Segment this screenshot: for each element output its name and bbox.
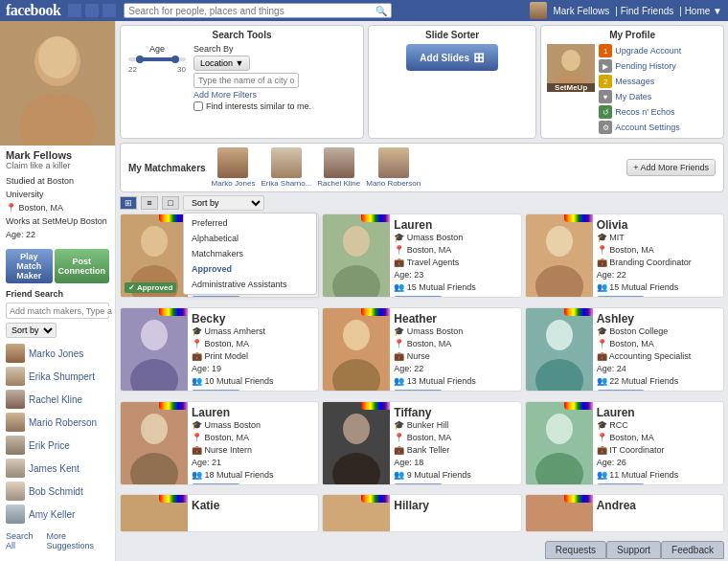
search-all-link[interactable]: Search All bbox=[6, 531, 41, 550]
list-item[interactable]: Mario Roberson bbox=[6, 411, 109, 434]
list-view-button[interactable]: ≡ bbox=[141, 196, 158, 210]
messages-icon: 2 bbox=[599, 75, 612, 88]
friend-search-input[interactable] bbox=[10, 306, 116, 316]
nav-username[interactable]: Mark Fellows bbox=[553, 6, 609, 16]
sort-option-approved[interactable]: Approved bbox=[184, 261, 316, 277]
add-filters-link[interactable]: Add More Filters bbox=[193, 90, 355, 100]
card-name: Ashley bbox=[597, 312, 719, 325]
card-info: Katie bbox=[188, 495, 318, 531]
matchmaker-item[interactable]: Marko Jones bbox=[212, 147, 256, 188]
sort-option-preferred[interactable]: Preferred bbox=[184, 215, 316, 231]
matchmaker-item[interactable]: Mario Roberson bbox=[366, 147, 421, 188]
sort-option-matchmakers[interactable]: Matchmakers bbox=[184, 246, 316, 261]
friend-name[interactable]: Marko Jones bbox=[29, 348, 83, 359]
add-more-friends-button[interactable]: + Add More Friends bbox=[626, 159, 716, 176]
friend-name[interactable]: Erika Shumpert bbox=[29, 371, 95, 382]
pending-history-link[interactable]: ▶ Pending History bbox=[599, 59, 681, 73]
card-location: 📍 Boston, MA bbox=[394, 432, 516, 444]
footer-tabs: Requests Support Feedback bbox=[116, 539, 728, 561]
profile-links: 1 Upgrade Account ▶ Pending History 2 Me… bbox=[599, 44, 681, 134]
upgrade-account-link[interactable]: 1 Upgrade Account bbox=[599, 44, 681, 57]
card-name: Katie bbox=[192, 499, 314, 512]
friend-search-field[interactable]: 🔍 bbox=[6, 303, 109, 319]
matchmaker-item[interactable]: Rachel Kline bbox=[317, 147, 360, 188]
card-info: Olivia 🎓 MIT 📍 Boston, MA 💼 Branding Coo… bbox=[593, 214, 723, 297]
my-profile-title: My Profile bbox=[547, 30, 717, 40]
card-school: 🎓 Umass Boston bbox=[192, 419, 314, 432]
search-by-section: Search By Location ▼ Add More Filters Fi… bbox=[193, 44, 355, 111]
friend-avatar bbox=[6, 459, 25, 478]
my-dates-link[interactable]: ♥ My Dates bbox=[599, 90, 681, 103]
slider-handle-left[interactable] bbox=[136, 56, 144, 63]
setmeup-button[interactable]: SetMeUp bbox=[597, 296, 646, 298]
friend-name[interactable]: James Kent bbox=[29, 463, 80, 474]
setmeup-button[interactable]: SetMeUp bbox=[597, 390, 646, 392]
friend-name[interactable]: Amy Keller bbox=[29, 509, 75, 520]
messages-icon[interactable] bbox=[102, 4, 116, 17]
setmeup-button[interactable]: SetMeUp bbox=[394, 483, 443, 485]
right-nav: Mark Fellows | Find Friends | Home ▼ bbox=[530, 2, 722, 19]
post-connection-button[interactable]: Post Connection bbox=[55, 249, 110, 283]
friend-name[interactable]: Rachel Kline bbox=[29, 394, 82, 405]
setmeup-button[interactable]: SetMeUp bbox=[192, 296, 240, 298]
sort-option-admin[interactable]: Administrative Assistants bbox=[184, 277, 316, 292]
slider-handle-right[interactable] bbox=[171, 56, 179, 63]
requests-tab[interactable]: Requests bbox=[545, 541, 606, 559]
more-suggestions-link[interactable]: More Suggestions bbox=[47, 531, 109, 550]
friend-name[interactable]: Bob Schmidt bbox=[29, 486, 83, 497]
setmeup-button[interactable]: SetMeUp bbox=[192, 390, 240, 392]
grid-view-button[interactable]: ⊞ bbox=[120, 196, 137, 210]
setmeup-button[interactable]: SetMeUp bbox=[394, 296, 443, 298]
friend-name[interactable]: Mario Roberson bbox=[29, 417, 97, 428]
settings-icon: ⚙ bbox=[599, 121, 612, 134]
card-info: Lauren 🎓 RCC 📍 Boston, MA 💼 IT Coordinat… bbox=[593, 402, 723, 484]
profile-studied: Studied at Boston University bbox=[6, 174, 109, 201]
recos-link[interactable]: ↺ Recos n' Echos bbox=[599, 105, 681, 119]
sort-dropdown[interactable]: Sort by Preferred Alphabetical Matchmake… bbox=[183, 195, 264, 211]
location-button[interactable]: Location ▼ bbox=[193, 56, 250, 71]
setmeup-button[interactable]: SetMeUp bbox=[394, 390, 443, 392]
sort-select[interactable]: Sort by Preferred Alphabetical Matchmake… bbox=[183, 195, 264, 211]
play-matchmaker-button[interactable]: Play Match Maker bbox=[6, 249, 53, 283]
list-item[interactable]: Amy Keller bbox=[6, 503, 109, 526]
friends-icon[interactable] bbox=[85, 4, 99, 17]
feedback-tab[interactable]: Feedback bbox=[661, 541, 724, 559]
find-friends-link[interactable]: | Find Friends bbox=[615, 6, 673, 16]
user-avatar-small[interactable] bbox=[530, 2, 547, 19]
home-link[interactable]: | Home ▼ bbox=[679, 6, 722, 16]
add-slides-button[interactable]: Add Slides ⊞ bbox=[406, 44, 498, 71]
card-photo bbox=[526, 214, 593, 297]
age-slider[interactable] bbox=[128, 57, 186, 61]
list-item[interactable]: Erika Shumpert bbox=[6, 365, 109, 388]
setmeup-button[interactable]: SetMeUp bbox=[597, 483, 646, 485]
setmeup-button[interactable]: SetMeUp bbox=[192, 483, 240, 485]
tools-inner: Age 22 30 Search By Location bbox=[128, 44, 355, 111]
friend-sort-select[interactable]: Sort by Name Recent bbox=[6, 323, 57, 338]
account-settings-link[interactable]: ⚙ Account Settings bbox=[599, 121, 681, 134]
global-search-input[interactable] bbox=[128, 6, 375, 16]
list-item[interactable]: Bob Schmidt bbox=[6, 480, 109, 503]
list-item[interactable]: Erik Price bbox=[6, 434, 109, 457]
friend-sort-bar: Sort by Name Recent bbox=[0, 321, 115, 340]
friend-name[interactable]: Erik Price bbox=[29, 440, 70, 451]
home-icon[interactable] bbox=[68, 4, 81, 17]
sort-option-alphabetical[interactable]: Alphabetical bbox=[184, 231, 316, 246]
list-item[interactable]: Rachel Kline bbox=[6, 388, 109, 411]
profile-inner: SetMeUp 1 Upgrade Account ▶ Pending Hist… bbox=[547, 44, 717, 134]
list-item[interactable]: James Kent bbox=[6, 457, 109, 480]
matchmaker-item[interactable]: Erika Sharno... bbox=[261, 147, 311, 188]
dates-label: My Dates bbox=[615, 92, 651, 101]
list-item[interactable]: Marko Jones bbox=[6, 342, 109, 365]
matchmakers-title: My Matchmakers bbox=[128, 163, 206, 173]
compatibility-bar bbox=[361, 495, 390, 503]
card-location: 📍 Boston, MA bbox=[192, 338, 314, 350]
find-interests-checkbox[interactable] bbox=[193, 101, 203, 111]
support-tab[interactable]: Support bbox=[606, 541, 661, 559]
search-icon[interactable]: 🔍 bbox=[375, 6, 387, 16]
location-input[interactable] bbox=[193, 73, 299, 88]
global-search-bar[interactable]: 🔍 bbox=[124, 3, 392, 18]
age-section: Age 22 30 bbox=[128, 44, 186, 74]
large-view-button[interactable]: □ bbox=[162, 196, 179, 210]
card-mutual: 👥 13 Mutual Friends bbox=[394, 375, 516, 388]
messages-link[interactable]: 2 Messages bbox=[599, 75, 681, 88]
